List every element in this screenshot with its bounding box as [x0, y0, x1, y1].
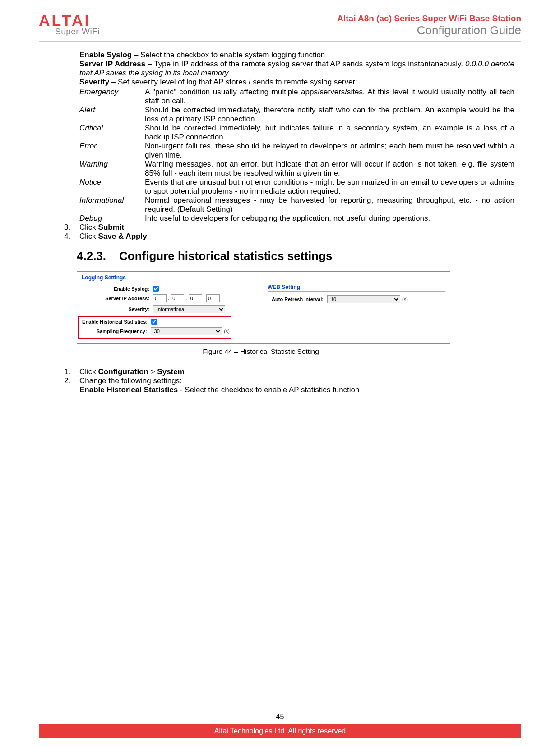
system-label: System: [157, 367, 184, 376]
severity-name: Warning: [79, 160, 145, 178]
ip-octet-3[interactable]: [189, 294, 202, 302]
severity-desc: A "panic" condition usually affecting mu…: [145, 88, 514, 106]
web-setting-heading: WEB Setting: [268, 284, 445, 292]
configuration-label: Configuration: [98, 367, 148, 376]
severity-name: Debug: [79, 214, 145, 223]
severity-para: Severity – Set severity level of log tha…: [79, 78, 514, 87]
table-row: ErrorNon-urgent failures, these should b…: [79, 142, 514, 160]
severity-text: – Set severity level of log that AP stor…: [109, 78, 357, 86]
severity-desc: Non-urgent failures, these should be rel…: [145, 142, 514, 160]
table-row: EmergencyA "panic" condition usually aff…: [79, 88, 514, 106]
enable-syslog-label: Enable Syslog: [79, 51, 132, 59]
section-title-text: Configure historical statistics settings: [119, 249, 332, 263]
severity-desc: Warning messages, not an error, but indi…: [145, 160, 514, 178]
enable-syslog-para: Enable Syslog – Select the checkbox to e…: [79, 51, 514, 60]
severity-desc: Normal operational messages - may be har…: [145, 196, 514, 214]
enable-syslog-text: – Select the checkbox to enable system l…: [132, 51, 325, 59]
figure-container: Logging Settings Enable Syslog: Server I…: [77, 271, 514, 356]
table-row: NoticeEvents that are unusual but not er…: [79, 178, 514, 196]
logo-main: ALTAI: [39, 14, 100, 28]
logging-settings-heading: Logging Settings: [82, 274, 259, 282]
enable-hist-checkbox[interactable]: [151, 319, 157, 325]
server-ip-row: Server IP Address: . . .: [82, 294, 259, 302]
severity-name: Alert: [79, 106, 145, 124]
sampling-unit: (s): [222, 329, 230, 334]
footer-bar: Altai Technologies Ltd. All rights reser…: [39, 724, 521, 738]
screenshot-figure: Logging Settings Enable Syslog: Server I…: [77, 271, 450, 344]
enable-syslog-field-label: Enable Syslog:: [82, 286, 153, 292]
table-row: AlertShould be corrected immediately, th…: [79, 106, 514, 124]
severity-table: EmergencyA "panic" condition usually aff…: [79, 88, 514, 223]
logo: ALTAI Super WiFi: [39, 14, 100, 37]
severity-name: Emergency: [79, 88, 145, 106]
highlighted-box: Enable Historical Statistics: Sampling F…: [78, 316, 231, 339]
section-heading: 4.2.3.Configure historical statistics se…: [77, 249, 514, 263]
section-number: 4.2.3.: [77, 249, 119, 263]
truncated-row: [268, 273, 445, 279]
auto-refresh-label: Auto Refresh Interval:: [268, 297, 327, 302]
severity-name: Critical: [79, 124, 145, 142]
save-apply-label: Save & Apply: [98, 232, 147, 241]
ip-octet-4[interactable]: [206, 294, 220, 302]
server-ip-text: – Type in IP address of the remote syslo…: [145, 60, 465, 68]
severity-desc: Should be corrected immediately, therefo…: [145, 106, 514, 124]
sampling-select[interactable]: 30: [151, 327, 222, 335]
severity-desc: Info useful to developers for debugging …: [145, 214, 514, 223]
severity-desc: Events that are unusual but not error co…: [145, 178, 514, 196]
page-footer: 45 Altai Technologies Ltd. All rights re…: [0, 713, 560, 747]
severity-desc: Should be corrected immediately, but ind…: [145, 124, 514, 142]
list-item: Change the following settings: Enable Hi…: [79, 376, 514, 394]
auto-refresh-unit: (s): [400, 297, 408, 302]
severity-name: Error: [79, 142, 145, 160]
sampling-row: Sampling Frequency: 30 (s): [80, 327, 230, 335]
server-ip-field-label: Server IP Address:: [82, 296, 153, 301]
header-doc-title: Configuration Guide: [337, 23, 521, 37]
table-row: CriticalShould be corrected immediately,…: [79, 124, 514, 142]
logo-sub: Super WiFi: [39, 27, 100, 37]
severity-field-label: Severity:: [82, 306, 153, 312]
header-product-title: Altai A8n (ac) Series Super WiFi Base St…: [337, 14, 521, 23]
enable-hist-row: Enable Historical Statistics:: [80, 319, 230, 325]
steps-list-b: Click Configuration > System Change the …: [79, 367, 514, 394]
enable-hist-stat-label: Enable Historical Statistics: [79, 385, 178, 394]
server-ip-para: Server IP Address – Type in IP address o…: [79, 60, 514, 78]
table-row: WarningWarning messages, not an error, b…: [79, 160, 514, 178]
steps-list-a: Click Submit Click Save & Apply: [79, 223, 514, 241]
list-item: Click Submit: [79, 223, 514, 232]
enable-hist-label: Enable Historical Statistics:: [80, 319, 151, 325]
page-header: ALTAI Super WiFi Altai A8n (ac) Series S…: [39, 14, 521, 42]
sampling-label: Sampling Frequency:: [80, 329, 151, 334]
main-content: Enable Syslog – Select the checkbox to e…: [39, 51, 521, 394]
severity-label: Severity: [79, 78, 109, 86]
figure-caption: Figure 44 – Historical Statistic Setting: [74, 348, 448, 356]
severity-name: Notice: [79, 178, 145, 196]
list-item: Click Configuration > System: [79, 367, 514, 376]
severity-name: Informational: [79, 196, 145, 214]
severity-select[interactable]: Informational: [153, 305, 225, 313]
auto-refresh-row: Auto Refresh Interval: 10 (s): [268, 295, 445, 303]
submit-label: Submit: [98, 223, 125, 232]
page-number: 45: [0, 713, 560, 721]
table-row: DebugInfo useful to developers for debug…: [79, 214, 514, 223]
enable-syslog-checkbox[interactable]: [153, 286, 159, 292]
ip-octet-2[interactable]: [171, 294, 184, 302]
auto-refresh-select[interactable]: 10: [327, 295, 400, 303]
table-row: InformationalNormal operational messages…: [79, 196, 514, 214]
server-ip-label: Server IP Address: [79, 60, 145, 68]
enable-syslog-row: Enable Syslog:: [82, 286, 259, 292]
ip-octet-1[interactable]: [153, 294, 167, 302]
list-item: Click Save & Apply: [79, 232, 514, 241]
severity-row: Severity: Informational: [82, 305, 259, 313]
